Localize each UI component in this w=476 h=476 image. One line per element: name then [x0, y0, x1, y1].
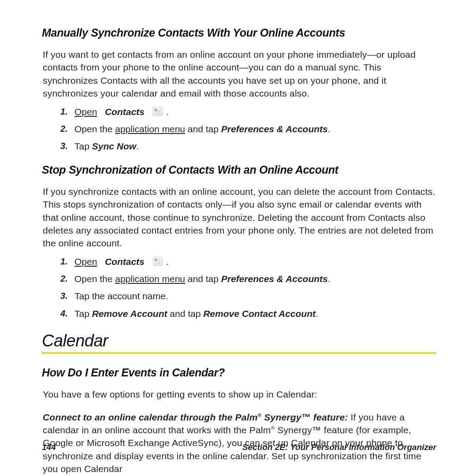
steps-manual-sync: Open Contacts . Open the application men…: [42, 105, 436, 153]
step-item: Open Contacts .: [74, 105, 436, 118]
remove-account-label: Remove Account: [92, 309, 167, 319]
step-item: Open the application menu and tap Prefer…: [74, 272, 436, 285]
app-menu-link: application menu: [115, 124, 185, 134]
section-rule: [42, 352, 436, 354]
open-link: Open: [74, 107, 97, 117]
remove-contact-account-label: Remove Contact Account: [203, 309, 316, 319]
page-number: 144: [42, 443, 56, 452]
heading-stop-sync: Stop Synchronization of Contacts With an…: [42, 164, 436, 176]
page: Manually Synchronize Contacts With Your …: [0, 0, 476, 476]
para-manual-sync: If you want to get contacts from an onli…: [43, 48, 436, 100]
step-item: Open Contacts .: [74, 255, 436, 268]
period: .: [166, 107, 169, 117]
steps-stop-sync: Open Contacts . Open the application men…: [42, 255, 436, 320]
period: .: [166, 257, 169, 267]
section-title-calendar: Calendar: [42, 331, 436, 350]
page-footer: 144 Section 2E: Your Personal Informatio…: [42, 443, 436, 452]
step-item: Tap Remove Account and tap Remove Contac…: [74, 307, 436, 320]
para-stop-sync: If you synchronize contacts with an onli…: [43, 185, 436, 250]
section-label: Section 2E: Your Personal Information Or…: [242, 443, 436, 452]
prefs-accounts-label: Preferences & Accounts: [221, 274, 328, 284]
contacts-label: Contacts: [105, 257, 145, 267]
heading-enter-events: How Do I Enter Events in Calendar?: [42, 366, 436, 379]
prefs-accounts-label: Preferences & Accounts: [221, 124, 328, 134]
contacts-label: Contacts: [105, 107, 145, 117]
app-menu-link: application menu: [115, 274, 185, 284]
sync-now-label: Sync Now: [92, 141, 136, 151]
step-item: Open the application menu and tap Prefer…: [74, 123, 436, 135]
heading-manual-sync: Manually Synchronize Contacts With Your …: [42, 26, 436, 39]
contacts-icon: [153, 107, 163, 116]
step-item: Tap the account name.: [74, 290, 436, 302]
open-link: Open: [74, 257, 97, 267]
step-item: Tap Sync Now.: [74, 140, 436, 152]
para-events-intro: You have a few options for getting event…: [43, 388, 436, 401]
contacts-icon: [153, 257, 163, 266]
